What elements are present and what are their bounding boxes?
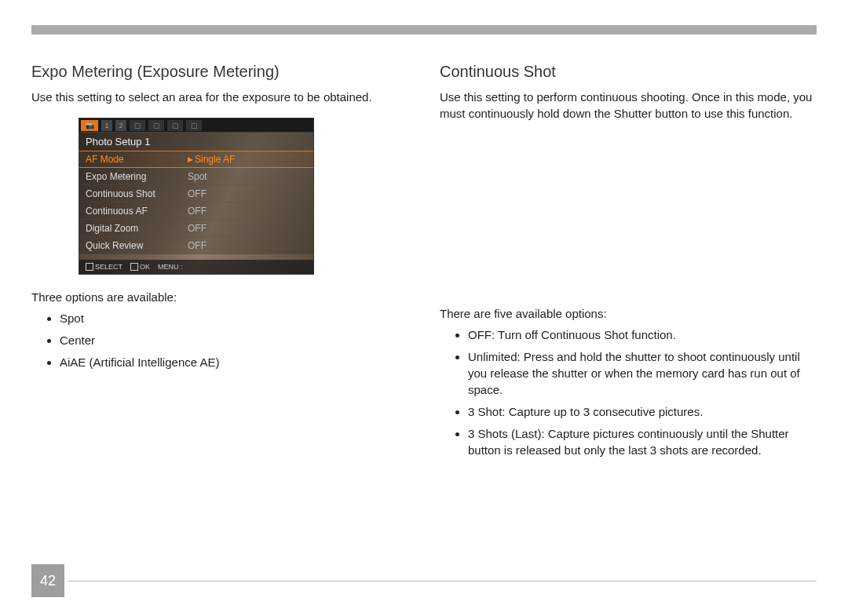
list-item: Center <box>60 332 408 348</box>
menu-label: Digital Zoom <box>86 223 188 234</box>
dpad-icon <box>86 263 93 271</box>
continuous-shot-intro: Use this setting to perform continuous s… <box>440 89 817 122</box>
menu-value: Single AF <box>195 154 235 165</box>
menu-row-quick-review: Quick Review OFF <box>79 237 313 254</box>
footer-rule <box>68 581 817 581</box>
menu-value: OFF <box>188 240 207 251</box>
page-footer: 42 <box>31 564 817 597</box>
ok-button-icon <box>130 263 138 271</box>
menu-value: Spot <box>188 171 207 182</box>
tab-video-icon: ▢ <box>130 120 145 131</box>
menu-row-af-mode: AF Mode ▶ Single AF <box>79 151 313 168</box>
right-column: Continuous Shot Use this setting to perf… <box>440 63 817 464</box>
menu-value: OFF <box>188 223 207 234</box>
menu-value: OFF <box>188 188 207 199</box>
continuous-options-list: OFF: Turn off Continuous Shot function. … <box>440 326 817 458</box>
menu-footer-hints: SELECT OK MENU : <box>79 260 313 274</box>
continuous-shot-heading: Continuous Shot <box>440 63 817 81</box>
tab-setup-icon: ▢ <box>167 120 183 131</box>
menu-label: Continuous AF <box>86 206 188 217</box>
menu-title: Photo Setup 1 <box>79 133 313 151</box>
tab-playback-icon: ▢ <box>148 120 164 131</box>
page-number: 42 <box>31 564 64 597</box>
menu-value: OFF <box>188 206 207 217</box>
hint-select: SELECT <box>86 263 122 272</box>
expo-options-list: Spot Center AiAE (Artificial Intelligenc… <box>31 310 408 370</box>
two-column-layout: Expo Metering (Exposure Metering) Use th… <box>31 63 817 464</box>
expo-options-intro: Three options are available: <box>31 290 408 304</box>
hint-ok: OK <box>130 263 150 272</box>
list-item: Spot <box>60 310 408 326</box>
left-column: Expo Metering (Exposure Metering) Use th… <box>31 63 408 464</box>
menu-label: AF Mode <box>86 154 188 165</box>
expo-metering-intro: Use this setting to select an area for t… <box>31 89 408 105</box>
list-item: AiAE (Artificial Intelligence AE) <box>60 354 408 370</box>
list-item: 3 Shots (Last): Capture pictures continu… <box>468 425 817 458</box>
camera-menu-screenshot: 📷 1 2 ▢ ▢ ▢ ▢ Photo Setup 1 AF Mode ▶ Si… <box>79 118 314 275</box>
selection-arrow-icon: ▶ <box>188 155 193 163</box>
list-item: OFF: Turn off Continuous Shot function. <box>468 326 817 343</box>
top-divider-bar <box>31 25 817 35</box>
menu-row-continuous-af: Continuous AF OFF <box>79 202 313 220</box>
menu-row-continuous-shot: Continuous Shot OFF <box>79 185 313 202</box>
tab-2: 2 <box>115 120 126 131</box>
list-item: 3 Shot: Capture up to 3 consecutive pict… <box>468 403 817 420</box>
tab-1: 1 <box>101 120 112 131</box>
expo-metering-heading: Expo Metering (Exposure Metering) <box>31 63 408 81</box>
menu-label: Expo Metering <box>86 171 188 182</box>
tab-other-icon: ▢ <box>186 120 202 131</box>
menu-label: Quick Review <box>86 240 188 251</box>
menu-row-digital-zoom: Digital Zoom OFF <box>79 220 313 237</box>
menu-tab-bar: 📷 1 2 ▢ ▢ ▢ ▢ <box>79 118 313 133</box>
list-item: Unlimited: Press and hold the shutter to… <box>468 348 817 398</box>
continuous-options-intro: There are five available options: <box>440 307 817 320</box>
menu-label: Continuous Shot <box>86 188 188 199</box>
camera-tab-icon: 📷 <box>81 120 98 131</box>
page-container: Expo Metering (Exposure Metering) Use th… <box>0 0 848 616</box>
hint-menu: MENU : <box>158 263 183 271</box>
menu-row-expo-metering: Expo Metering Spot <box>79 168 313 185</box>
